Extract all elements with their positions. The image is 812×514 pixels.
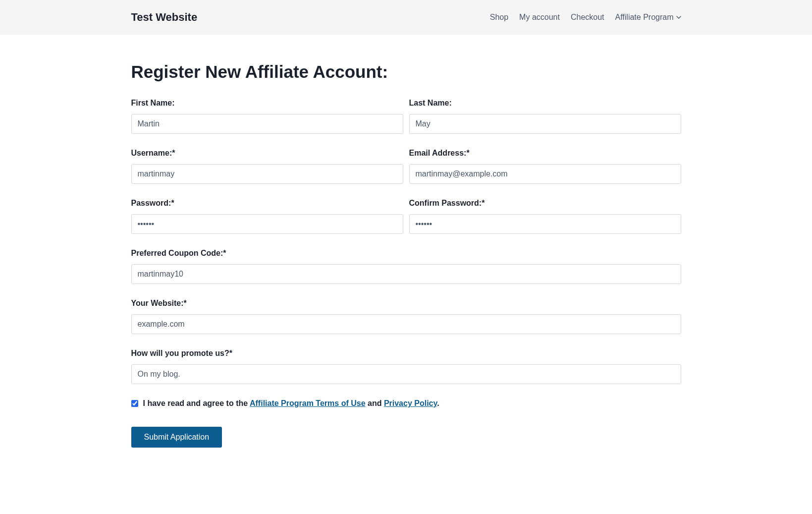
submit-button[interactable]: Submit Application (131, 427, 222, 448)
coupon-input[interactable] (131, 264, 681, 284)
chevron-down-icon (676, 16, 681, 19)
website-group: Your Website:* (131, 299, 681, 334)
coupon-group: Preferred Coupon Code:* (131, 249, 681, 284)
last-name-group: Last Name: (409, 99, 681, 134)
email-group: Email Address:* (409, 149, 681, 184)
main-content: Register New Affiliate Account: First Na… (131, 35, 681, 467)
promote-group: How will you promote us?* (131, 349, 681, 384)
last-name-label: Last Name: (409, 99, 681, 108)
terms-suffix: . (437, 399, 439, 407)
coupon-label: Preferred Coupon Code:* (131, 249, 681, 258)
username-input[interactable] (131, 164, 403, 184)
terms-text: I have read and agree to the Affiliate P… (143, 399, 439, 408)
nav-affiliate-program[interactable]: Affiliate Program (615, 13, 681, 22)
terms-link-privacy[interactable]: Privacy Policy (384, 399, 437, 407)
password-label: Password:* (131, 199, 403, 208)
terms-link-tos[interactable]: Affiliate Program Terms of Use (250, 399, 366, 407)
website-label: Your Website:* (131, 299, 681, 308)
username-group: Username:* (131, 149, 403, 184)
username-label: Username:* (131, 149, 403, 158)
confirm-password-group: Confirm Password:* (409, 199, 681, 234)
page-title: Register New Affiliate Account: (131, 62, 681, 82)
last-name-input[interactable] (409, 114, 681, 134)
terms-prefix: I have read and agree to the (143, 399, 250, 407)
password-input[interactable] (131, 214, 403, 234)
promote-input[interactable] (131, 364, 681, 384)
nav-affiliate-program-label: Affiliate Program (615, 13, 674, 22)
terms-checkbox[interactable] (131, 400, 138, 407)
confirm-password-input[interactable] (409, 214, 681, 234)
nav-my-account[interactable]: My account (519, 13, 560, 22)
confirm-password-label: Confirm Password:* (409, 199, 681, 208)
website-input[interactable] (131, 314, 681, 334)
site-title[interactable]: Test Website (131, 11, 198, 24)
terms-row: I have read and agree to the Affiliate P… (131, 399, 681, 408)
nav-checkout[interactable]: Checkout (571, 13, 604, 22)
first-name-group: First Name: (131, 99, 403, 134)
email-input[interactable] (409, 164, 681, 184)
promote-label: How will you promote us?* (131, 349, 681, 358)
first-name-label: First Name: (131, 99, 403, 108)
email-label: Email Address:* (409, 149, 681, 158)
site-header: Test Website Shop My account Checkout Af… (0, 0, 812, 35)
primary-nav: Shop My account Checkout Affiliate Progr… (490, 13, 681, 22)
first-name-input[interactable] (131, 114, 403, 134)
terms-mid: and (366, 399, 384, 407)
password-group: Password:* (131, 199, 403, 234)
nav-shop[interactable]: Shop (490, 13, 508, 22)
